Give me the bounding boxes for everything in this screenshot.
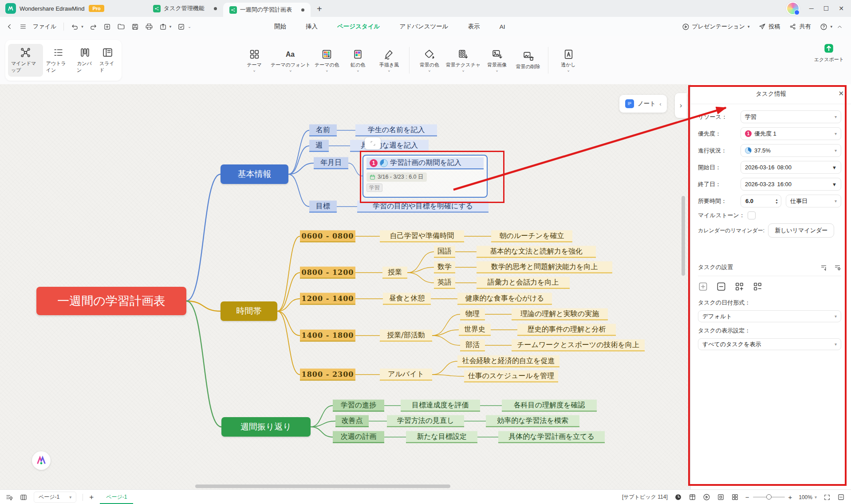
add-all-tasks-icon[interactable] — [734, 281, 745, 292]
mindmap-node-r3[interactable]: 次週の計画 — [333, 431, 384, 443]
save-icon[interactable] — [131, 23, 139, 31]
mindmap-node-t5a2[interactable]: 仕事のスケジュールを管理 — [464, 371, 558, 383]
new-tab-button[interactable]: + — [317, 4, 322, 14]
page-tab[interactable]: ページ-1 — [100, 491, 133, 504]
mindmap-node-t4a3[interactable]: 部活 — [460, 340, 485, 352]
help-button[interactable]: ▾ — [820, 23, 832, 31]
zoom-slider-track[interactable] — [753, 496, 785, 498]
display-setting-select[interactable]: すべてのタスクを表示▾ — [698, 338, 841, 350]
doc-tab-task-management[interactable]: タスク管理機能 — [147, 0, 223, 17]
new-file-icon[interactable] — [103, 23, 111, 31]
mindmap-node-t4a2x[interactable]: 歴史的事件の理解と分析 — [517, 324, 616, 336]
mindmap-node-t5[interactable]: 1800 - 2300 — [300, 369, 355, 381]
share-export-icon[interactable] — [159, 23, 167, 31]
view-slide[interactable]: スライド — [96, 44, 119, 77]
mindmap-node-t1a[interactable]: 自己学習や準備時間 — [380, 231, 464, 242]
zoom-out-button[interactable]: − — [745, 493, 749, 501]
zoom-slider[interactable]: − + — [745, 493, 792, 501]
mindmap-node-t3[interactable]: 1200 - 1400 — [300, 293, 355, 305]
priority-select[interactable]: 1 優先度 1▾ — [741, 127, 841, 140]
note-button[interactable]: ノート ‹ — [619, 95, 667, 113]
mindmap-node-r3b[interactable]: 具体的な学習計画を立てる — [498, 431, 605, 443]
page-dropdown[interactable]: ページ-1▾ — [34, 492, 76, 503]
mindmap-node-b1s3[interactable]: 年月日 — [314, 157, 348, 169]
duration-unit-select[interactable]: 仕事日▾ — [786, 195, 841, 207]
mindmap-node-b3[interactable]: 週間振り返り — [221, 417, 311, 437]
panel-close-icon[interactable]: ✕ — [838, 90, 844, 98]
user-avatar[interactable] — [786, 2, 800, 15]
mindmap-node-b1s1[interactable]: 名前 — [309, 125, 337, 137]
view-kanban[interactable]: カンバン — [74, 44, 96, 77]
mindmap-node-r2a[interactable]: 学習方法の見直し — [387, 415, 464, 427]
panel-collapse-handle[interactable]: › — [675, 93, 687, 118]
mindmap-node-t2a3x[interactable]: 語彙力と会話力を向上 — [477, 277, 570, 289]
tool-watermark[interactable]: 透かし˅ — [554, 49, 583, 72]
tool-theme-font[interactable]: Aa テーマのフォント˅ — [271, 49, 311, 72]
zoom-slider-knob[interactable] — [766, 494, 772, 500]
mindmap-node-t3a[interactable]: 昼食と休憩 — [383, 293, 431, 305]
start-date-picker[interactable]: 2026-03-16 08:00▼ — [741, 161, 841, 174]
resource-select[interactable]: 学習▾ — [741, 110, 841, 123]
mindmap-node-b2[interactable]: 時間帯 — [221, 301, 277, 321]
presentation-button[interactable]: プレゼンテーション▾ — [682, 23, 750, 31]
mindmap-node-t2a2[interactable]: 数学 — [434, 262, 455, 273]
tool-hand-drawn[interactable]: 手描き風˅ — [374, 49, 404, 72]
collapse-ribbon-icon[interactable] — [836, 23, 843, 30]
menu-icon[interactable] — [20, 23, 27, 30]
mindmap-node-b1s4[interactable]: 目標 — [309, 201, 337, 213]
mindmap-node-r1[interactable]: 学習の進捗 — [333, 400, 384, 412]
remove-task-icon[interactable] — [716, 281, 726, 292]
menu-tab-view[interactable]: 表示 — [468, 23, 480, 31]
print-icon[interactable] — [145, 23, 153, 31]
page-panel-icon[interactable] — [20, 493, 28, 501]
topic-list-icon[interactable] — [5, 493, 13, 501]
doc-tab-weekly-plan[interactable]: 一週間の学習計画表 — [223, 3, 311, 17]
add-task-icon[interactable] — [698, 281, 708, 292]
open-folder-icon[interactable] — [117, 23, 125, 31]
mindmap-node-t2a2x[interactable]: 数学的思考と問題解決能力を向上 — [477, 262, 612, 273]
menu-tab-page-style[interactable]: ページスタイル — [337, 23, 380, 31]
date-format-select[interactable]: デフォルト▾ — [698, 310, 841, 322]
toolbar-more-icon[interactable]: ⌄ — [188, 24, 191, 29]
view-outline[interactable]: アウトライン — [43, 44, 74, 77]
share-caret-icon[interactable]: ▾ — [169, 24, 172, 29]
tool-theme[interactable]: テーマ˅ — [240, 49, 269, 72]
mindmap-node-r2b[interactable]: 効率的な学習法を模索 — [486, 415, 579, 427]
maximize-button[interactable]: ☐ — [823, 5, 829, 12]
mindmap-node-t2a1x[interactable]: 基本的な文法と読解力を強化 — [477, 246, 596, 258]
mindmap-node-t2a3[interactable]: 英語 — [434, 277, 455, 289]
mindmap-node-b1s2a[interactable]: 具体的な週を記入 — [350, 140, 429, 152]
slideshow-icon[interactable] — [703, 493, 710, 501]
remove-all-tasks-icon[interactable] — [753, 281, 763, 292]
mindmap-node-t1a1[interactable]: 朝のルーチンを確立 — [491, 231, 572, 242]
tool-background-texture[interactable]: 背景テクスチャ˅ — [446, 49, 481, 72]
task-sort-icon[interactable] — [820, 264, 827, 271]
duration-stepper[interactable]: 6.0 ▲▼ — [741, 195, 781, 207]
mindmap-node-t2a[interactable]: 授業 — [382, 267, 407, 279]
vertical-scrollbar[interactable] — [682, 196, 685, 276]
tool-rainbow-color[interactable]: 虹の色˅ — [343, 49, 373, 72]
end-date-picker[interactable]: 2026-03-23 16:00▼ — [741, 178, 841, 191]
timer-icon[interactable] — [674, 493, 682, 501]
menu-tab-advanced-tools[interactable]: アドバンスツール — [399, 23, 448, 31]
horizontal-scrollbar[interactable] — [195, 484, 450, 488]
mindmap-node-r2[interactable]: 改善点 — [335, 415, 369, 427]
export-button[interactable]: エクスポート — [814, 43, 844, 63]
mindmap-node-t1[interactable]: 0600 - 0800 — [300, 231, 355, 242]
grid-view-icon[interactable] — [731, 493, 739, 501]
back-icon[interactable] — [6, 23, 13, 30]
task-filter-settings-icon[interactable] — [834, 264, 841, 271]
minimize-button[interactable]: ─ — [809, 5, 814, 12]
tool-background-delete[interactable]: 背景の削除 — [513, 51, 543, 70]
mindmap-node-t4a2[interactable]: 世界史 — [459, 324, 491, 336]
progress-select[interactable]: 37.5%▾ — [741, 144, 841, 157]
mindmap-node-r3a[interactable]: 新たな目標設定 — [406, 431, 477, 443]
add-page-button[interactable]: + — [89, 493, 94, 502]
mindmap-node-t3a1[interactable]: 健康的な食事を心がける — [457, 293, 552, 305]
menu-tab-insert[interactable]: 挿入 — [306, 23, 318, 31]
mindmap-node-b1[interactable]: 基本情報 — [221, 164, 288, 184]
tool-background-image[interactable]: 背景画像˅ — [482, 49, 512, 72]
close-button[interactable]: ✕ — [839, 5, 844, 12]
mindmap-node-r1b[interactable]: 各科目の理解度を確認 — [502, 400, 597, 412]
stepper-arrows-icon[interactable]: ▲▼ — [775, 198, 778, 204]
